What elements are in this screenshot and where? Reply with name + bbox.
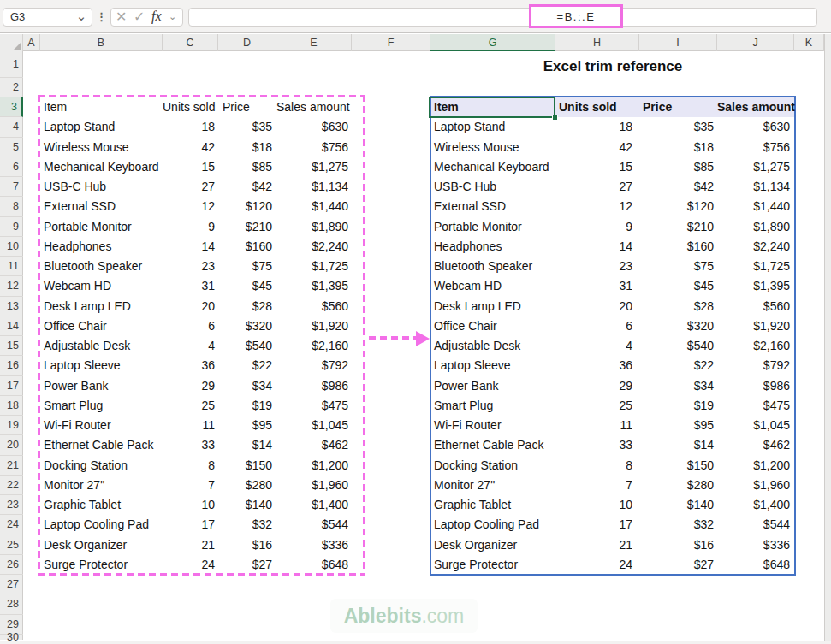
- res-item: Adjustable Desk: [434, 336, 553, 356]
- res-item: Power Bank: [434, 376, 553, 396]
- row-header-26[interactable]: 26: [0, 555, 23, 575]
- row-header-23[interactable]: 23: [0, 495, 23, 515]
- res-item: Wi-Fi Router: [434, 416, 553, 435]
- src-units: 18: [163, 117, 215, 137]
- row-header-27[interactable]: 27: [0, 575, 23, 594]
- src-units: 4: [163, 336, 215, 356]
- src-item: Office Chair: [44, 316, 163, 336]
- src-sales: $1,890: [276, 217, 348, 237]
- src-item: Mechanical Keyboard: [44, 157, 163, 177]
- res-item: Ethernet Cable Pack: [434, 435, 553, 455]
- src-header-sales: Sales amount: [276, 97, 348, 117]
- res-item: Laptop Sleeve: [434, 356, 553, 375]
- src-units: 25: [163, 396, 215, 416]
- src-price: $19: [218, 396, 272, 416]
- res-price: $27: [639, 555, 714, 575]
- column-header-G[interactable]: G: [430, 34, 555, 51]
- res-sales: $1,395: [717, 276, 790, 296]
- src-item: Laptop Sleeve: [44, 356, 163, 375]
- row-header-17[interactable]: 17: [0, 376, 23, 396]
- res-price: $280: [639, 476, 714, 495]
- column-header-I[interactable]: I: [639, 34, 717, 51]
- row-header-10[interactable]: 10: [0, 237, 23, 257]
- src-item: Smart Plug: [44, 396, 163, 416]
- res-units: 23: [555, 257, 632, 276]
- res-sales: $1,045: [717, 416, 790, 435]
- res-sales: $2,240: [717, 237, 790, 257]
- column-header-C[interactable]: C: [163, 34, 218, 51]
- res-sales: $1,725: [717, 257, 790, 276]
- column-header-B[interactable]: B: [40, 34, 163, 51]
- column-header-D[interactable]: D: [218, 34, 276, 51]
- column-header-A[interactable]: A: [23, 34, 40, 51]
- row-header-20[interactable]: 20: [0, 435, 23, 455]
- column-header-E[interactable]: E: [276, 34, 352, 51]
- name-box-chevron-icon[interactable]: ⌄: [74, 7, 89, 26]
- enter-icon[interactable]: ✓: [134, 9, 145, 25]
- row-header-8[interactable]: 8: [0, 197, 23, 216]
- row-header-12[interactable]: 12: [0, 276, 23, 296]
- column-header-F[interactable]: F: [352, 34, 430, 51]
- res-units: 42: [555, 138, 632, 157]
- src-sales: $1,920: [276, 316, 348, 336]
- row-header-3[interactable]: 3: [0, 97, 23, 117]
- row-header-14[interactable]: 14: [0, 316, 23, 336]
- cancel-icon[interactable]: ✕: [116, 9, 127, 25]
- res-units: 24: [555, 555, 632, 575]
- row-header-7[interactable]: 7: [0, 177, 23, 197]
- insert-function-icon[interactable]: fx: [151, 9, 162, 24]
- res-sales: $1,200: [717, 456, 790, 476]
- res-units: 9: [555, 217, 632, 237]
- res-sales: $462: [717, 435, 790, 455]
- res-units: 31: [555, 276, 632, 296]
- row-header-2[interactable]: 2: [0, 78, 23, 97]
- row-header-15[interactable]: 15: [0, 336, 23, 356]
- row-header-13[interactable]: 13: [0, 297, 23, 316]
- row-header-19[interactable]: 19: [0, 416, 23, 435]
- res-units: 8: [555, 456, 632, 476]
- row-header-16[interactable]: 16: [0, 356, 23, 375]
- src-units: 31: [163, 276, 215, 296]
- row-header-21[interactable]: 21: [0, 456, 23, 476]
- src-item: Monitor 27": [44, 476, 163, 495]
- row-header-28[interactable]: 28: [0, 594, 23, 614]
- src-sales: $1,400: [276, 495, 348, 515]
- fill-handle[interactable]: [552, 115, 558, 121]
- src-item: Headphones: [44, 237, 163, 257]
- res-sales: $1,890: [717, 217, 790, 237]
- formula-text: =B.:.E: [529, 10, 623, 23]
- res-sales: $1,960: [717, 476, 790, 495]
- src-item: Desk Organizer: [44, 535, 163, 555]
- row-header-18[interactable]: 18: [0, 396, 23, 416]
- res-units: 10: [555, 495, 632, 515]
- res-price: $42: [639, 177, 714, 197]
- src-price: $22: [218, 356, 272, 375]
- row-header-11[interactable]: 11: [0, 257, 23, 276]
- fx-chevron-icon[interactable]: ⌄: [169, 11, 176, 22]
- scrollbar-strip[interactable]: [824, 34, 831, 641]
- res-sales: $986: [717, 376, 790, 396]
- res-item: Wireless Mouse: [434, 138, 553, 157]
- column-header-K[interactable]: K: [794, 34, 824, 51]
- row-header-25[interactable]: 25: [0, 535, 23, 555]
- row-header-1[interactable]: 1: [0, 51, 23, 78]
- row-header-4[interactable]: 4: [0, 117, 23, 137]
- column-header-J[interactable]: J: [717, 34, 794, 51]
- select-all-triangle-icon: [14, 42, 21, 50]
- row-header-5[interactable]: 5: [0, 138, 23, 157]
- src-item: Laptop Stand: [44, 117, 163, 137]
- res-item: Webcam HD: [434, 276, 553, 296]
- src-sales: $544: [276, 515, 348, 535]
- row-header-24[interactable]: 24: [0, 515, 23, 535]
- src-sales: $475: [276, 396, 348, 416]
- arrow-head-icon: [416, 331, 430, 346]
- res-item: Bluetooth Speaker: [434, 257, 553, 276]
- row-header-9[interactable]: 9: [0, 217, 23, 237]
- src-item: Adjustable Desk: [44, 336, 163, 356]
- row-header-22[interactable]: 22: [0, 476, 23, 495]
- row-header-6[interactable]: 6: [0, 157, 23, 177]
- src-item: Ethernet Cable Pack: [44, 435, 163, 455]
- formula-input[interactable]: [188, 8, 817, 27]
- column-header-H[interactable]: H: [555, 34, 639, 51]
- src-units: 15: [163, 157, 215, 177]
